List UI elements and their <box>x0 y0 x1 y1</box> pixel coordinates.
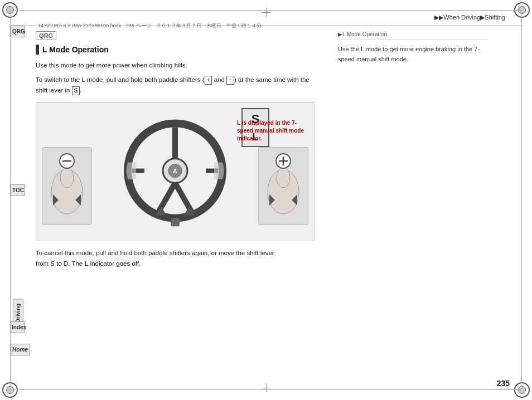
paddle-right <box>258 147 308 225</box>
sidebar-left: QRG TOC Driving <box>10 26 26 328</box>
s-box: S <box>50 260 55 267</box>
sidebar-item-home[interactable]: Home <box>10 344 30 355</box>
paddle-left-illustration <box>45 153 89 219</box>
svg-point-19 <box>277 168 290 188</box>
right-panel-body: Use the L mode to get more engine brakin… <box>338 45 487 64</box>
paddle-right-illustration <box>261 153 306 219</box>
page-number: 235 <box>497 379 510 388</box>
main-image: S L L is displayed in the 7-speed manual… <box>36 102 315 241</box>
body-text-2: To switch to the L mode, pull and hold b… <box>36 75 316 95</box>
svg-rect-15 <box>171 218 180 227</box>
sidebar-item-index[interactable]: Index <box>10 321 25 333</box>
header: 14 ACURA ILX IMA-31TX86100.book 235 ページ … <box>10 10 522 26</box>
plus-symbol-inline: + <box>205 76 212 85</box>
minus-symbol-inline: − <box>226 76 234 85</box>
main-content: QRG L Mode Operation Use this mode to ge… <box>27 26 325 274</box>
image-caption: L is displayed in the 7-speed manual shi… <box>237 119 309 143</box>
title-bar-icon <box>36 45 39 55</box>
sidebar-item-toc[interactable]: TOC <box>11 184 25 196</box>
l-indicator-bold: L <box>84 260 88 267</box>
breadcrumb: ▶▶When Driving▶Shifting <box>434 14 505 21</box>
d-box: D <box>64 260 68 267</box>
svg-point-1 <box>60 168 74 188</box>
paddle-left <box>42 147 92 225</box>
s-lever-inline: S <box>72 86 80 95</box>
right-panel-title: ▶L Mode Operation <box>338 31 487 40</box>
section-title: L Mode Operation <box>42 45 109 54</box>
cancel-text-1: To cancel this mode, pull and hold both … <box>36 250 274 256</box>
section-title-container: L Mode Operation <box>36 45 316 55</box>
steering-wheel-svg: A <box>119 115 231 227</box>
body-text-1: Use this mode to get more power when cli… <box>36 60 316 70</box>
svg-text:A: A <box>173 168 177 174</box>
cancel-text: To cancel this mode, pull and hold both … <box>36 248 316 269</box>
and-text: and <box>214 76 225 83</box>
steering-wheel-container: A <box>119 115 231 228</box>
right-panel: ▶L Mode Operation Use the L mode to get … <box>329 26 496 70</box>
sidebar-item-qrg[interactable]: QRG <box>11 26 25 37</box>
qrg-badge: QRG <box>36 31 56 40</box>
